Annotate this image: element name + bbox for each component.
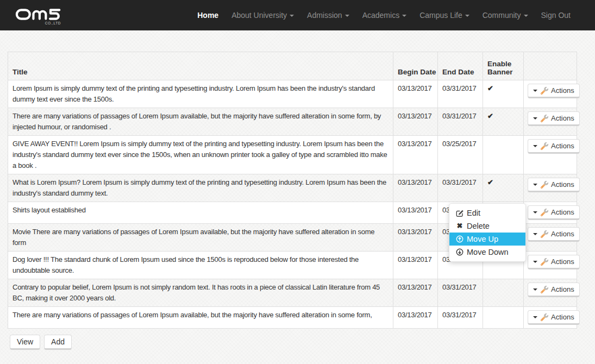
- table-row: There are many variations of passages of…: [8, 307, 577, 329]
- nav-item-about-university[interactable]: About University: [225, 0, 300, 30]
- wrench-icon: [541, 258, 548, 266]
- nav-item-home[interactable]: Home: [191, 0, 225, 30]
- check-icon: ✔: [487, 84, 493, 92]
- wrench-icon: [541, 115, 548, 122]
- wrench-icon: [541, 286, 548, 293]
- wrench-icon: [541, 87, 548, 95]
- wrench-icon: [541, 142, 548, 150]
- caret-down-icon: [533, 211, 537, 214]
- actions-button[interactable]: Actions: [528, 227, 580, 242]
- caret-down-icon: [533, 117, 537, 120]
- menu-item-move-up[interactable]: Move Up: [449, 233, 525, 246]
- row-begin-date: 03/13/2017: [393, 224, 438, 252]
- row-begin-date: 03/13/2017: [393, 307, 438, 329]
- row-begin-date: 03/13/2017: [393, 252, 438, 279]
- add-button[interactable]: Add: [44, 335, 72, 350]
- caret-down-icon: [533, 90, 537, 92]
- actions-button[interactable]: Actions: [528, 310, 580, 325]
- caret-down-icon: [533, 261, 537, 263]
- col-header-begin-date: Begin Date: [393, 52, 438, 80]
- nav-item-community[interactable]: Community: [476, 0, 535, 30]
- row-title: Contrary to popular belief, Lorem Ipsum …: [8, 279, 393, 307]
- caret-down-icon: [533, 288, 537, 291]
- table-row: Contrary to popular belief, Lorem Ipsum …: [8, 279, 577, 307]
- row-begin-date: 03/13/2017: [393, 136, 438, 174]
- table-row: There are many variations of passages of…: [8, 108, 577, 136]
- top-navbar: CO.,LTD Home About University Admission …: [0, 0, 595, 30]
- arrow-circle-up-icon: [456, 235, 464, 243]
- table-header-row: Title Begin Date End Date Enable Banner: [8, 52, 577, 80]
- col-header-enable-banner: Enable Banner: [483, 52, 524, 80]
- edit-icon: [456, 209, 464, 217]
- chevron-down-icon: [524, 15, 528, 17]
- main-nav: Home About University Admission Academic…: [191, 0, 595, 30]
- actions-button[interactable]: Actions: [528, 178, 580, 192]
- actions-dropdown-menu: Edit ✖ Delete Move Up Move Down: [449, 203, 526, 262]
- nav-item-campus-life[interactable]: Campus Life: [413, 0, 476, 30]
- table-row: Lorem Ipsum is simply dummy text of the …: [8, 80, 577, 108]
- row-end-date: 03/25/2017: [438, 136, 483, 174]
- actions-button[interactable]: Actions: [528, 84, 580, 98]
- logo-subtext: CO.,LTD: [45, 21, 61, 25]
- wrench-icon: [541, 209, 548, 216]
- view-button[interactable]: View: [10, 335, 40, 350]
- table-row: What is Lorem Ipsum? Lorem Ipsum is simp…: [8, 174, 577, 202]
- menu-item-delete[interactable]: ✖ Delete: [449, 219, 525, 233]
- caret-down-icon: [533, 145, 537, 147]
- banners-table: Title Begin Date End Date Enable Banner …: [8, 52, 577, 329]
- caret-down-icon: [533, 316, 537, 318]
- actions-button[interactable]: Actions: [528, 111, 580, 126]
- omb-logo-icon: [15, 6, 62, 22]
- row-begin-date: 03/13/2017: [393, 80, 438, 108]
- wrench-icon: [541, 181, 548, 189]
- row-end-date: 03/31/2017: [438, 80, 483, 108]
- chevron-down-icon: [290, 15, 294, 17]
- nav-item-academics[interactable]: Academics: [356, 0, 413, 30]
- footer-actions: View Add: [10, 335, 72, 350]
- nav-item-sign-out[interactable]: Sign Out: [535, 0, 577, 30]
- actions-button[interactable]: Actions: [528, 283, 580, 297]
- row-title: Dog lover !!! The standard chunk of Lore…: [8, 252, 393, 279]
- row-end-date: 03/31/2017: [438, 307, 483, 329]
- col-header-end-date: End Date: [438, 52, 483, 80]
- check-icon: ✔: [487, 178, 493, 186]
- nav-item-admission[interactable]: Admission: [300, 0, 356, 30]
- row-end-date: 03/31/2017: [438, 279, 483, 307]
- site-logo[interactable]: CO.,LTD: [15, 6, 62, 24]
- col-header-actions: [524, 52, 577, 80]
- chevron-down-icon: [402, 15, 406, 17]
- menu-item-move-down[interactable]: Move Down: [449, 246, 525, 259]
- table-row: GIVE AWAY EVENT!! Lorem Ipsum is simply …: [8, 136, 577, 174]
- row-begin-date: 03/13/2017: [393, 202, 438, 224]
- row-title: Movie There are many variations of passa…: [8, 224, 393, 252]
- actions-button[interactable]: Actions: [528, 139, 580, 154]
- caret-down-icon: [533, 233, 537, 235]
- row-title: There are many variations of passages of…: [8, 307, 393, 329]
- arrow-circle-down-icon: [456, 248, 464, 256]
- delete-icon: ✖: [456, 221, 464, 231]
- menu-item-edit[interactable]: Edit: [449, 206, 525, 219]
- row-begin-date: 03/13/2017: [393, 174, 438, 202]
- chevron-down-icon: [465, 15, 469, 17]
- actions-button[interactable]: Actions: [528, 255, 580, 269]
- row-title: Lorem Ipsum is simply dummy text of the …: [8, 80, 393, 108]
- wrench-icon: [541, 230, 548, 238]
- row-title: GIVE AWAY EVENT!! Lorem Ipsum is simply …: [8, 136, 393, 174]
- caret-down-icon: [533, 184, 537, 186]
- actions-button[interactable]: Actions: [528, 205, 580, 220]
- row-end-date: 03/31/2017: [438, 108, 483, 136]
- wrench-icon: [541, 313, 548, 321]
- col-header-title: Title: [8, 52, 393, 80]
- chevron-down-icon: [345, 15, 349, 17]
- check-icon: ✔: [487, 112, 493, 120]
- row-begin-date: 03/13/2017: [393, 108, 438, 136]
- row-end-date: 03/31/2017: [438, 174, 483, 202]
- row-begin-date: 03/13/2017: [393, 279, 438, 307]
- row-title: What is Lorem Ipsum? Lorem Ipsum is simp…: [8, 174, 393, 202]
- row-title: Shirts layout established: [8, 202, 393, 224]
- row-title: There are many variations of passages of…: [8, 108, 393, 136]
